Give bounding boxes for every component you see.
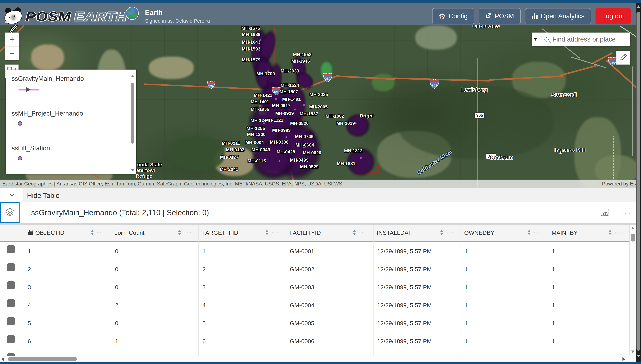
zoom-out-button[interactable]: − [5,46,19,60]
sort-icon[interactable] [90,230,94,235]
show-selection-icon[interactable] [601,209,608,216]
table-row[interactable]: 303GM-000312/29/1899, 5:57 PM11 [0,278,641,296]
table-row[interactable]: 747GM-000712/29/1899, 5:57 PM11 [0,350,641,356]
table-cell: 7 [202,350,284,356]
manhole-point [294,108,296,110]
open-analytics-button[interactable]: Open Analytics [525,8,591,24]
gear-icon: ⚙ [439,12,446,20]
manhole-label: MH-0049 [252,147,270,152]
scroll-down-icon[interactable] [637,355,640,357]
manhole-label: MH-1953 [293,52,312,57]
row-checkbox[interactable] [7,335,15,343]
manhole-label: MH-0177 [220,154,238,160]
scroll-down-icon[interactable] [631,350,634,353]
sort-icon[interactable] [440,230,444,235]
terrain-patch [372,74,394,91]
table-cell: 2 [115,296,197,314]
svg-text:269: 269 [325,77,330,80]
table-options-menu[interactable]: ··· [621,202,632,223]
horizontal-scroll-thumb[interactable] [8,357,77,361]
table-row[interactable]: 424GM-000412/29/1899, 5:57 PM11 [0,296,641,314]
place-label: Cedarview [473,26,500,30]
lock-icon [28,232,33,235]
chevron-down-icon[interactable] [10,193,14,196]
sort-icon[interactable] [608,230,612,235]
table-row[interactable]: 616GM-000612/29/1899, 5:57 PM11 [0,332,641,350]
manhole-label: MH-1507 [280,89,298,94]
scroll-up-icon[interactable] [637,5,640,8]
map-canvas[interactable]: MH-1675MH-1688MH-1643MH-1593MH-1579MH-19… [0,26,641,188]
zoom-in-button[interactable]: + [5,32,19,46]
sort-icon[interactable] [178,230,182,235]
scroll-left-icon[interactable] [2,357,4,361]
manhole-label: MH-1300 [247,132,266,137]
column-menu-icon[interactable]: ··· [272,229,280,236]
logo-word-earth: EARTH [74,10,127,23]
layer-list-button[interactable] [0,202,20,223]
scroll-down-icon[interactable] [131,169,134,172]
table-collapse-bar[interactable]: Hide Table [0,188,641,202]
svg-text:69: 69 [274,90,278,94]
interstate-shield-icon: 69 [272,86,280,96]
manhole-label: MH-1837 [300,111,318,116]
zoom-control: + − [5,32,19,60]
search-source-dropdown[interactable] [532,32,539,46]
row-checkbox[interactable] [7,281,15,289]
search-input[interactable] [552,36,625,43]
scroll-up-icon[interactable] [131,75,134,77]
table-cell: 0 [115,278,197,296]
horizontal-scrollbar[interactable] [0,356,636,362]
scroll-right-icon[interactable] [622,357,625,361]
column-menu-icon[interactable]: ··· [534,229,542,236]
column-menu-icon[interactable]: ··· [184,229,192,236]
column-menu-icon[interactable]: ··· [359,229,367,236]
column-menu-icon[interactable]: ··· [97,229,105,236]
terrain-patch [415,26,457,50]
column-header: FACILITYID··· [286,225,373,242]
config-button[interactable]: ⚙ Config [432,8,474,24]
legend-scrollbar[interactable] [131,75,134,172]
table-vertical-scrollbar[interactable] [629,225,636,356]
table-cell: 0 [115,314,197,332]
column-header: INSTALLDAT··· [373,225,460,242]
terrain-patch [31,44,64,70]
page-scroll-thumb[interactable] [636,12,640,351]
page-scrollbar[interactable] [636,2,641,362]
table-title-bar: ssGravityMain_Hernando (Total: 2,110 | S… [0,202,641,223]
legend-item: ssLift_Station [6,139,136,174]
table-row[interactable]: 202GM-000212/29/1899, 5:57 PM11 [0,260,641,278]
sort-icon[interactable] [352,230,356,235]
sort-icon[interactable] [265,230,269,235]
row-checkbox[interactable] [7,317,15,325]
manhole-label: MH-0620 [303,150,321,156]
row-checkbox[interactable] [7,245,15,253]
sort-asc-icon [440,230,443,232]
interstate-shield-icon: 269 [608,57,617,67]
sort-asc-icon [528,230,530,232]
posm-button[interactable]: POSM [479,8,520,24]
row-checkbox[interactable] [7,353,15,356]
manhole-point [355,122,356,124]
table-scroll-thumb[interactable] [631,234,635,242]
posm-button-label: POSM [495,12,514,20]
column-menu-icon[interactable]: ··· [614,229,622,236]
row-checkbox[interactable] [7,299,15,307]
table-cell: 1 [28,242,110,260]
column-header-label: OBJECTID [28,230,64,236]
sort-icon[interactable] [527,230,531,235]
svg-text:269: 269 [610,61,615,64]
scroll-up-icon[interactable] [631,227,634,230]
column-menu-icon[interactable]: ··· [446,229,454,236]
table-row[interactable]: 101GM-000112/29/1899, 5:57 PM11 [0,242,641,260]
sketch-edit-button[interactable] [616,51,630,64]
place-label: Stonewall [552,92,577,98]
row-checkbox[interactable] [7,263,15,271]
legend-scroll-thumb[interactable] [131,83,134,144]
table-row[interactable]: 505GM-000512/29/1899, 5:57 PM11 [0,314,641,332]
manhole-label: MH-1812 [344,148,363,154]
line-symbol [18,89,39,90]
manhole-label: MH-1421 [254,93,272,98]
logout-button[interactable]: Log out [596,8,630,24]
column-header: OBJECTID··· [24,225,111,242]
table-cell: 0 [115,242,197,260]
